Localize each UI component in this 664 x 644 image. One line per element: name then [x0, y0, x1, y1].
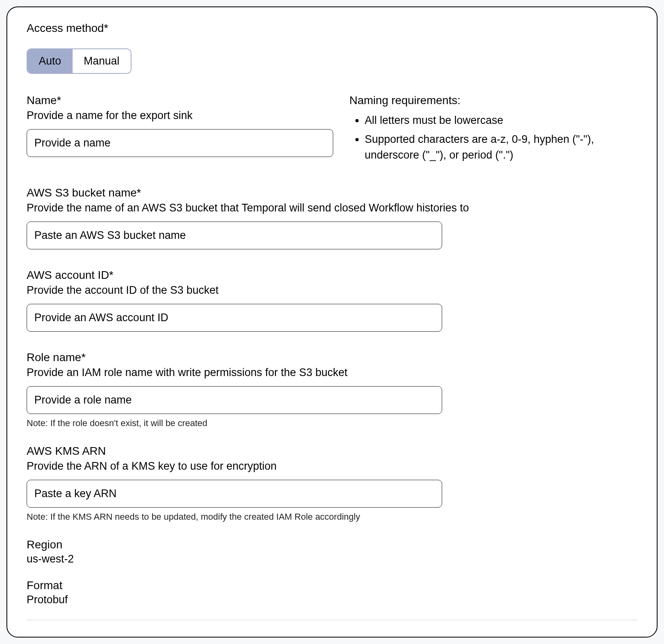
section-divider — [27, 620, 637, 620]
export-sink-form-card: Access method* Auto Manual Name* Provide… — [6, 6, 658, 638]
bucket-name-input[interactable] — [27, 222, 442, 249]
naming-requirement-item: Supported characters are a-z, 0-9, hyphe… — [365, 132, 637, 163]
access-method-label: Access method* — [27, 22, 637, 35]
naming-requirements-title: Naming requirements: — [349, 94, 637, 107]
access-method-manual-button[interactable]: Manual — [73, 49, 131, 73]
region-value: us-west-2 — [27, 553, 637, 565]
format-value: Protobuf — [27, 594, 637, 606]
bucket-name-desc: Provide the name of an AWS S3 bucket tha… — [27, 202, 637, 214]
access-method-auto-button[interactable]: Auto — [27, 49, 73, 73]
kms-arn-label: AWS KMS ARN — [27, 445, 637, 458]
naming-requirement-item: All letters must be lowercase — [365, 113, 637, 128]
naming-requirements-list: All letters must be lowercase Supported … — [349, 113, 637, 163]
region-label: Region — [27, 538, 637, 551]
name-input[interactable] — [27, 129, 333, 157]
kms-arn-desc: Provide the ARN of a KMS key to use for … — [27, 460, 637, 473]
name-label: Name* — [27, 94, 333, 107]
account-id-desc: Provide the account ID of the S3 bucket — [27, 284, 637, 297]
role-name-label: Role name* — [27, 351, 637, 364]
kms-arn-note: Note: If the KMS ARN needs to be updated… — [27, 512, 637, 522]
kms-arn-input[interactable] — [27, 480, 442, 508]
role-name-input[interactable] — [27, 386, 442, 414]
account-id-label: AWS account ID* — [27, 269, 637, 282]
access-method-toggle: Auto Manual — [27, 48, 132, 74]
format-label: Format — [27, 579, 637, 592]
account-id-input[interactable] — [27, 304, 442, 332]
name-desc: Provide a name for the export sink — [27, 109, 333, 122]
role-name-note: Note: If the role doesn't exist, it will… — [27, 418, 637, 429]
role-name-desc: Provide an IAM role name with write perm… — [27, 366, 637, 379]
bucket-name-label: AWS S3 bucket name* — [27, 186, 637, 199]
